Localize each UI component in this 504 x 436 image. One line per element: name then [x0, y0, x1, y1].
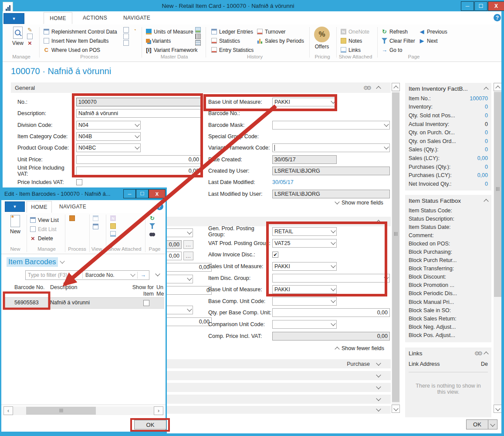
qty-per-base-comp-unit-field[interactable]: 0,00 [272, 308, 390, 317]
tab-navigate[interactable]: NAVIGATE [118, 12, 155, 24]
notes-icon[interactable] [110, 223, 116, 229]
factbox-value[interactable]: 0 [485, 146, 488, 153]
turnover-button[interactable]: Turnover [257, 27, 304, 36]
price-includes-vat-checkbox[interactable] [76, 179, 82, 185]
new-button[interactable]: * New [7, 215, 24, 235]
division-code-field[interactable]: N04 [76, 121, 141, 129]
edit-tab-navigate[interactable]: NAVIGATE [55, 201, 90, 212]
apply-filter-icon[interactable]: → [138, 272, 149, 278]
unit-price-incl-vat-field[interactable]: 0,00 [76, 167, 201, 175]
view-button[interactable]: View [8, 27, 28, 46]
card2-icon[interactable] [123, 40, 129, 46]
dropdown-icon[interactable] [331, 99, 335, 103]
factbox-scrollbar[interactable] [494, 91, 502, 405]
tab-home[interactable]: HOME [44, 12, 72, 24]
vat-prod-posting-group-field[interactable]: VAT25 [272, 239, 337, 248]
factbox-scroll-up-button[interactable] [494, 83, 502, 91]
factbox-value[interactable]: 0 [485, 112, 488, 119]
units-of-measure-button[interactable]: Units of Measure [146, 27, 197, 36]
ledger-entries-button[interactable]: Ledger Entries [211, 27, 254, 36]
view-page-icon[interactable] [93, 215, 98, 221]
notes-button[interactable]: Notes [341, 36, 369, 45]
product-group-code-field[interactable]: N04BC [76, 143, 141, 152]
sales-unit-of-measure-field[interactable]: PAKKI [272, 262, 337, 271]
content-scrollbar[interactable] [392, 91, 400, 405]
collapse-factbox-icon[interactable] [484, 199, 488, 204]
dropdown-icon[interactable] [331, 321, 335, 326]
edit-help-icon[interactable]: ? [156, 203, 163, 210]
dropdown-icon[interactable] [384, 122, 389, 126]
unit-cost-assist-button[interactable]: ... [183, 240, 193, 249]
edit-application-menu-button[interactable]: ▼ [5, 201, 25, 212]
dropdown-icon[interactable] [187, 276, 192, 280]
dropdown-icon[interactable] [135, 122, 139, 126]
collapse-factbox-icon[interactable] [484, 87, 488, 92]
dropdown-icon[interactable] [331, 263, 335, 268]
unit-price-field[interactable]: 0,00 [76, 155, 201, 164]
barcode-mask-field[interactable] [272, 121, 390, 129]
collapse-factbox-icon[interactable] [484, 351, 488, 356]
variant-framework-code-field[interactable] [272, 143, 390, 152]
clear-filter-button[interactable]: Clear Filter [382, 36, 415, 45]
factbox-value[interactable]: 0,00 [477, 155, 488, 161]
factbox-value[interactable]: 0 [485, 138, 488, 144]
offers-button[interactable]: % Offers [312, 27, 332, 50]
scrollbar-grip[interactable] [59, 409, 63, 412]
actions-gears-icon[interactable]: ⚙⚙ [363, 85, 370, 91]
dropdown-icon[interactable] [187, 307, 192, 311]
hscroll-left-button[interactable]: ‹ [3, 406, 13, 415]
dropdown-icon[interactable] [135, 145, 139, 150]
base-comp-unit-code-field[interactable] [272, 297, 337, 306]
item-category-code-field[interactable]: N04B [76, 132, 141, 141]
last-date-modified-value[interactable]: 30/05/17 [272, 179, 294, 185]
dropdown-icon[interactable] [384, 275, 389, 279]
dropdown-icon[interactable] [331, 240, 335, 245]
links-column-description[interactable]: De [481, 361, 488, 367]
go-to-button[interactable]: → Go to [382, 45, 415, 54]
base-unit-of-measure-2-field[interactable]: PAKKI [272, 285, 337, 294]
report-icon[interactable] [123, 27, 129, 33]
filter-input[interactable] [26, 271, 82, 279]
sales-by-periods-button[interactable]: Sales by Periods [257, 36, 304, 45]
minimize-button[interactable]: ─ [461, 1, 474, 11]
help-icon[interactable]: ? [494, 14, 501, 21]
gen-prod-posting-group-field[interactable]: RETAIL [272, 227, 337, 236]
edit-tab-home[interactable]: HOME [27, 201, 52, 213]
show-more-fields-link[interactable]: Show more fields [335, 200, 383, 206]
show-for-item-checkbox[interactable] [143, 300, 149, 306]
picture-icon[interactable] [195, 27, 201, 33]
new-icon[interactable] [27, 34, 33, 39]
store-icon[interactable] [195, 40, 201, 46]
previous-button[interactable]: ◀ Previous [419, 27, 447, 36]
factbox-value[interactable]: 0 [485, 181, 488, 187]
tab-actions[interactable]: ACTIONS [78, 12, 112, 24]
find-icon[interactable] [149, 231, 155, 237]
barcodes-icon[interactable] [195, 34, 201, 39]
dropdown-icon[interactable] [187, 229, 192, 234]
maximize-button[interactable]: ☐ [474, 1, 487, 11]
links-button[interactable]: Links [341, 45, 369, 54]
entry-statistics-button[interactable]: Entry Statistics [211, 45, 254, 54]
insert-new-item-defaults-button[interactable]: Insert New Item Defaults [44, 36, 117, 45]
general-section-header[interactable]: General ⚙⚙ [11, 82, 391, 93]
item-disc-group-field[interactable] [272, 274, 390, 283]
expand-icon[interactable] [376, 372, 381, 377]
factbox-value[interactable]: 0 [485, 164, 488, 170]
card-icon[interactable] [123, 34, 129, 39]
expand-icon[interactable] [376, 406, 381, 411]
variant-framework-button[interactable]: [i] Variant Framework [146, 45, 197, 54]
factbox-scroll-down-button[interactable] [494, 405, 502, 413]
description-cell[interactable]: Nafnið á vörunni [50, 300, 90, 306]
links-column-address[interactable]: Link Address [409, 361, 481, 367]
next-button[interactable]: ▶ Next [419, 36, 447, 45]
table-row[interactable]: 56905583 Nafnið á vörunni [5, 298, 164, 309]
scrollbar-grip[interactable] [496, 187, 500, 191]
expand-icon[interactable] [376, 384, 381, 389]
process-icon[interactable] [69, 215, 75, 221]
edit-minimize-button[interactable]: ─ [123, 189, 136, 198]
expand-filter-icon[interactable] [155, 271, 160, 276]
close-button[interactable]: X [488, 1, 504, 11]
delete-icon[interactable]: × [27, 40, 33, 46]
edit-ok-button[interactable]: OK [134, 420, 166, 429]
factbox-value[interactable]: 0 [485, 104, 488, 110]
